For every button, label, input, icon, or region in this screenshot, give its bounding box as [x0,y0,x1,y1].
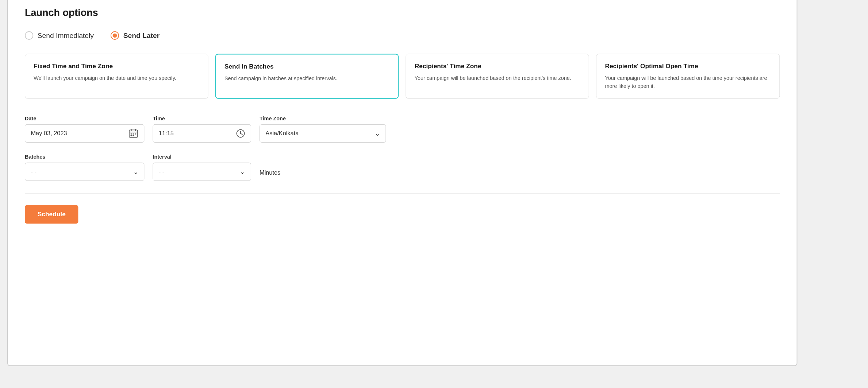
time-field: Time 11:15 [153,116,251,143]
svg-rect-7 [131,135,132,136]
form-row-2: Batches - - ⌄ Interval - - ⌄ Minutes [25,154,780,181]
radio-group: Send Immediately Send Later [25,31,780,40]
interval-label: Interval [153,154,251,160]
time-label: Time [153,116,251,121]
date-label: Date [25,116,144,121]
svg-rect-4 [131,133,132,135]
date-input[interactable]: May 03, 2023 [25,124,144,143]
page-container: Launch options Send Immediately Send Lat… [7,0,797,366]
page-title: Launch options [25,7,780,19]
interval-select[interactable]: - - ⌄ [153,163,251,181]
minutes-label: Minutes [260,170,280,181]
card-fixed-time-title: Fixed Time and Time Zone [34,63,199,70]
batches-label: Batches [25,154,144,160]
svg-rect-6 [135,133,136,135]
card-send-in-batches[interactable]: Send in Batches Send campaign in batches… [215,54,399,98]
divider [25,193,780,194]
timezone-field: Time Zone Asia/Kolkata ⌄ [260,116,386,143]
card-recipients-timezone-title: Recipients' Time Zone [415,63,580,70]
card-fixed-time[interactable]: Fixed Time and Time Zone We'll launch yo… [25,54,208,98]
interval-value: - - [159,168,164,175]
svg-rect-8 [133,135,134,136]
card-recipients-optimal-desc: Your campaign will be launched based on … [605,74,771,90]
batches-value: - - [31,168,36,175]
card-send-in-batches-title: Send in Batches [224,63,389,70]
batches-field: Batches - - ⌄ [25,154,144,181]
time-value: 11:15 [159,130,174,137]
form-section: Date May 03, 2023 [25,116,780,181]
timezone-label: Time Zone [260,116,386,121]
chevron-down-icon-batches: ⌄ [133,168,138,175]
radio-option-send-later[interactable]: Send Later [111,31,160,40]
date-value: May 03, 2023 [31,130,67,137]
chevron-down-icon: ⌄ [375,129,380,137]
chevron-down-icon-interval: ⌄ [240,168,245,175]
date-field: Date May 03, 2023 [25,116,144,143]
svg-line-11 [241,133,242,135]
card-fixed-time-desc: We'll launch your campaign on the date a… [34,74,199,82]
card-recipients-timezone-desc: Your campaign will be launched based on … [415,74,580,82]
form-row-1: Date May 03, 2023 [25,116,780,143]
cards-row: Fixed Time and Time Zone We'll launch yo… [25,54,780,98]
card-recipients-optimal-title: Recipients' Optimal Open Time [605,63,771,70]
radio-send-later[interactable] [111,31,119,40]
timezone-value: Asia/Kolkata [265,130,299,137]
interval-field: Interval - - ⌄ [153,154,251,181]
schedule-button[interactable]: Schedule [25,205,78,224]
send-immediately-label: Send Immediately [38,31,94,39]
card-send-in-batches-desc: Send campaign in batches at specified in… [224,74,389,82]
card-recipients-optimal[interactable]: Recipients' Optimal Open Time Your campa… [596,54,780,98]
radio-option-send-immediately[interactable]: Send Immediately [25,31,94,40]
radio-send-immediately[interactable] [25,31,33,40]
send-later-label: Send Later [123,31,160,39]
card-recipients-timezone[interactable]: Recipients' Time Zone Your campaign will… [406,54,589,98]
batches-select[interactable]: - - ⌄ [25,163,144,181]
clock-icon [236,129,245,138]
svg-rect-5 [133,133,134,135]
calendar-icon [128,128,138,138]
timezone-select[interactable]: Asia/Kolkata ⌄ [260,124,386,143]
time-input[interactable]: 11:15 [153,124,251,143]
